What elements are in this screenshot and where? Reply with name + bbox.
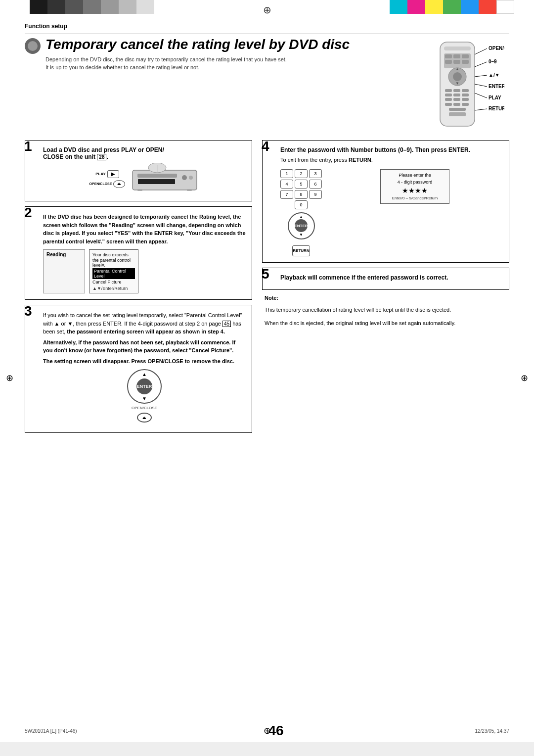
- step-3-box: 3 If you wish to cancel the set rating l…: [25, 305, 252, 433]
- step-3-enter-diagram: ENTER ▲ ▼ OPEN/CLOSE ⏏: [43, 369, 246, 423]
- svg-rect-40: [137, 174, 177, 178]
- svg-rect-25: [449, 108, 466, 111]
- note-section: Note: This temporary cancellation of rat…: [262, 295, 509, 328]
- numpad: 1 2 3 4 5 6 7 8 9 0: [280, 169, 322, 209]
- svg-line-27: [475, 48, 487, 54]
- num-1: 1: [280, 169, 293, 178]
- right-column: 4 Enter the password with Number buttons…: [262, 140, 509, 438]
- step-5-text: Playback will commence if the entered pa…: [280, 274, 503, 281]
- num-8: 8: [295, 190, 308, 199]
- svg-rect-16: [445, 94, 452, 96]
- num-2: 2: [295, 169, 308, 178]
- reading-screen: Reading: [43, 249, 85, 293]
- svg-text:▲: ▲: [455, 67, 459, 71]
- svg-rect-15: [462, 89, 469, 92]
- svg-point-43: [182, 175, 187, 180]
- page-title: Temporary cancel the rating level by DVD…: [45, 37, 350, 52]
- step-3-text3: The setting screen will disappear. Press…: [43, 357, 246, 366]
- svg-rect-14: [453, 89, 460, 92]
- svg-rect-3: [445, 54, 452, 58]
- svg-text:PLAY: PLAY: [489, 95, 501, 100]
- svg-rect-19: [445, 98, 452, 101]
- svg-rect-7: [453, 60, 460, 64]
- step-1-box: 1 Load a DVD disc and press PLAY or OPEN…: [25, 140, 252, 201]
- step-4-number: 4: [262, 140, 269, 153]
- svg-rect-46: [187, 189, 192, 191]
- step-3-text2: Alternatively, if the password has not b…: [43, 338, 246, 355]
- section-label: Function setup: [25, 23, 509, 30]
- step-3-text1: If you wish to cancel the set rating lev…: [43, 311, 246, 336]
- step-1-number: 1: [24, 140, 32, 153]
- note-text2: When the disc is ejected, the original r…: [265, 319, 509, 328]
- remote-svg: ▲ ▼: [410, 40, 504, 134]
- step-2-number: 2: [24, 206, 32, 220]
- disc-exceeds-screen: Your disc exceeds the parental control l…: [89, 249, 138, 293]
- svg-rect-26: [449, 112, 466, 116]
- page-content: Function setup Temporary cancel the rati…: [0, 14, 534, 742]
- num-5: 5: [295, 180, 308, 189]
- svg-rect-17: [453, 94, 460, 96]
- password-screen: Please enter the 4 - digit password ★★★★…: [380, 169, 449, 204]
- steps-container: 1 Load a DVD disc and press PLAY or OPEN…: [25, 140, 509, 438]
- svg-text:0–9: 0–9: [489, 59, 497, 64]
- title-bullet: [25, 38, 41, 54]
- svg-rect-18: [462, 94, 469, 96]
- num-7: 7: [280, 190, 293, 199]
- step-4-hint: To exit from the entry, press RETURN.: [280, 156, 503, 164]
- footer-file: 5W20101A [E] (P41-46): [25, 728, 77, 734]
- svg-rect-24: [462, 103, 469, 106]
- num-4: 4: [280, 180, 293, 189]
- svg-line-37: [475, 109, 487, 110]
- return-btn: RETURN: [292, 245, 310, 256]
- svg-text:RETURN: RETURN: [489, 106, 504, 111]
- num-0: 0: [295, 200, 308, 209]
- svg-point-10: [453, 72, 462, 81]
- step4-enter-circle: ENTER ▲ ▼: [288, 212, 315, 239]
- svg-text:OPEN/CLOSE: OPEN/CLOSE: [489, 46, 504, 51]
- step-1-device-diagram: PLAY ▶ OPEN/CLOSE ⏏: [43, 163, 246, 195]
- num-3: 3: [309, 169, 322, 178]
- step-4-numpad-section: 1 2 3 4 5 6 7 8 9 0: [280, 167, 503, 256]
- step-3-number: 3: [24, 304, 32, 318]
- svg-rect-21: [462, 98, 469, 101]
- svg-rect-23: [453, 103, 460, 106]
- svg-line-29: [475, 62, 487, 67]
- step-1-title: Load a DVD disc and press PLAY or OPEN/C…: [43, 146, 246, 160]
- step-4-box: 4 Enter the password with Number buttons…: [262, 140, 509, 263]
- step-2-box: 2 If the DVD disc has been designed to t…: [25, 206, 252, 300]
- page-number: 46: [268, 723, 283, 739]
- svg-rect-5: [462, 54, 469, 58]
- svg-rect-20: [453, 98, 460, 101]
- svg-rect-47: [138, 179, 175, 184]
- note-title: Note:: [265, 295, 509, 301]
- top-color-bar: ⊕: [0, 0, 534, 14]
- num-9: 9: [309, 190, 322, 199]
- title-section: Temporary cancel the rating level by DVD…: [25, 37, 400, 72]
- svg-rect-1: [444, 47, 471, 50]
- svg-rect-8: [462, 60, 469, 64]
- svg-rect-22: [445, 103, 452, 106]
- svg-rect-6: [445, 60, 452, 64]
- step-2-text: If the DVD disc has been designed to tem…: [43, 213, 246, 245]
- left-column: 1 Load a DVD disc and press PLAY or OPEN…: [25, 140, 252, 438]
- note-text1: This temporary cancellation of rating le…: [265, 306, 509, 315]
- svg-rect-4: [453, 54, 460, 58]
- svg-line-35: [475, 93, 487, 98]
- svg-text:ENTER: ENTER: [489, 84, 504, 89]
- step-5-number: 5: [262, 267, 269, 281]
- svg-line-31: [475, 75, 487, 77]
- page-description: Depending on the DVD disc, the disc may …: [45, 55, 350, 72]
- svg-point-44: [189, 176, 193, 180]
- step-5-box: 5 Playback will commence if the entered …: [262, 268, 509, 290]
- svg-text:▲/▼: ▲/▼: [489, 72, 500, 78]
- dvd-player-svg: [130, 163, 199, 195]
- bottom-color-bar: [0, 742, 534, 756]
- remote-diagram: ▲ ▼: [410, 37, 509, 135]
- svg-line-33: [475, 84, 487, 87]
- svg-rect-13: [445, 89, 452, 92]
- svg-rect-45: [137, 189, 142, 191]
- footer-date: 12/23/05, 14:37: [475, 728, 509, 734]
- page-footer: 5W20101A [E] (P41-46) 46 12/23/05, 14:37: [25, 723, 509, 739]
- num-6: 6: [309, 180, 322, 189]
- step-2-screens: Reading Your disc exceeds the parental c…: [43, 249, 246, 293]
